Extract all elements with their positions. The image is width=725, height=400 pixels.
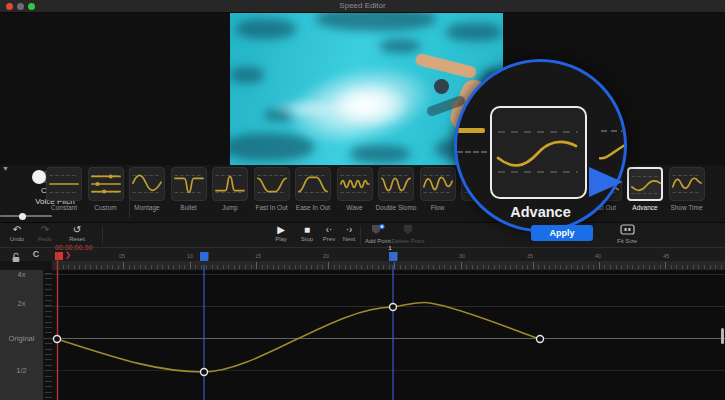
delete-point-button[interactable]: Delete Point xyxy=(386,224,430,244)
curve-point[interactable] xyxy=(537,336,544,343)
preset-label: Fast In Out xyxy=(250,204,293,211)
fit-size-icon xyxy=(607,224,647,238)
preset-curve-thumbnail xyxy=(420,167,456,201)
preset-curve-thumbnail xyxy=(88,167,124,201)
preset-curve-thumbnail xyxy=(337,167,373,201)
preset-label: Jump xyxy=(209,204,252,211)
speed-editor-window: Speed Editor ▼ Change xyxy=(0,0,725,400)
magnifier-callout: Advance xyxy=(454,59,627,232)
preset-curve-thumbnail xyxy=(171,167,207,201)
preset-curve-thumbnail xyxy=(129,167,165,201)
title-bar: Speed Editor xyxy=(0,0,725,13)
preset-label: Flow xyxy=(416,204,459,211)
curve-point[interactable] xyxy=(390,304,397,311)
preset-item-double-slomo[interactable]: Double Slomo xyxy=(375,167,418,219)
preset-label: Montage xyxy=(126,204,169,211)
preset-item-advance[interactable]: Advance xyxy=(624,167,667,219)
preset-label: Custom xyxy=(84,204,127,211)
curve-overlay xyxy=(0,242,725,400)
window-title: Speed Editor xyxy=(0,1,725,10)
speed-curve xyxy=(57,302,540,372)
magnified-fragment xyxy=(457,128,485,133)
preset-curve-thumbnail xyxy=(669,167,705,201)
preset-item-flow[interactable]: Flow xyxy=(416,167,459,219)
reset-icon: ↺ xyxy=(57,224,97,236)
fit-size-button[interactable]: Fit Size xyxy=(607,224,647,244)
preset-item-constant[interactable]: Constant xyxy=(43,167,86,219)
preset-item-show-time[interactable]: Show Time xyxy=(665,167,708,219)
reset-button[interactable]: ↺ Reset xyxy=(57,224,97,242)
preset-label: Double Slomo xyxy=(375,204,418,211)
preset-item-custom[interactable]: Custom xyxy=(84,167,127,219)
preset-label: Show Time xyxy=(665,204,708,211)
magnified-advance-thumbnail xyxy=(490,106,587,199)
preset-curve-thumbnail xyxy=(212,167,248,201)
preset-label: Constant xyxy=(43,204,86,211)
preset-curve-thumbnail xyxy=(46,167,82,201)
curve-point[interactable] xyxy=(201,369,208,376)
preset-curve-thumbnail xyxy=(295,167,331,201)
preset-label: Bullet xyxy=(167,204,210,211)
preset-strip-scrollbar-knob[interactable] xyxy=(19,213,26,220)
preset-item-wave[interactable]: Wave xyxy=(333,167,376,219)
curve-point[interactable] xyxy=(54,336,61,343)
preset-curve-thumbnail xyxy=(378,167,414,201)
delete-point-icon xyxy=(386,224,430,238)
preset-item-montage[interactable]: Montage xyxy=(126,167,169,219)
preset-label: Advance xyxy=(624,204,667,211)
swimmer-head xyxy=(434,79,449,94)
preset-label: Ease In Out xyxy=(292,204,335,211)
apply-button[interactable]: Apply xyxy=(531,225,593,241)
preset-label: Wave xyxy=(333,204,376,211)
preset-item-fast-in-out[interactable]: Fast In Out xyxy=(250,167,293,219)
preset-item-bullet[interactable]: Bullet xyxy=(167,167,210,219)
preset-curve-thumbnail xyxy=(627,167,663,201)
preset-curve-thumbnail xyxy=(254,167,290,201)
collapse-panel-icon[interactable]: ▼ xyxy=(2,165,9,172)
preset-item-jump[interactable]: Jump xyxy=(209,167,252,219)
preset-item-ease-in-out[interactable]: Ease In Out xyxy=(292,167,335,219)
